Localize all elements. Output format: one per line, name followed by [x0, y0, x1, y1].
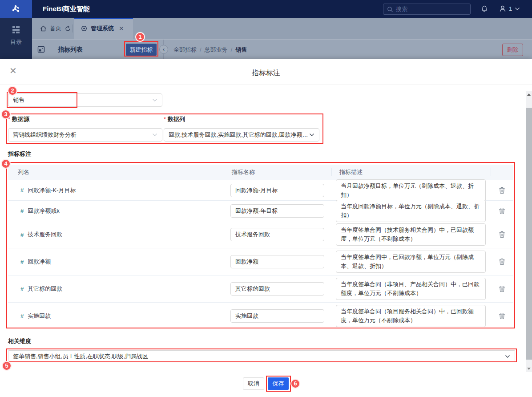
- search-input[interactable]: 搜索: [383, 4, 471, 15]
- trash-icon: [499, 207, 505, 215]
- breadcrumb[interactable]: 全部指标/总部业务/销售: [173, 40, 247, 60]
- column-name: 回款净额: [28, 258, 51, 266]
- column-header-colname: 列名: [8, 168, 224, 176]
- finebi-logo[interactable]: [0, 0, 32, 18]
- column-header-indicator-name: 指标名称: [224, 168, 331, 176]
- delete-row-button[interactable]: [499, 285, 505, 292]
- panel-toggle-icon[interactable]: [37, 46, 45, 53]
- trash-icon: [499, 231, 505, 238]
- indicator-name-value: 销售: [13, 96, 152, 104]
- top-header: FineBI商业智能 搜索 1: [0, 0, 532, 18]
- table-header-row: 列名 指标名称 指标描述: [8, 165, 513, 180]
- datasource-label: *数据源: [8, 115, 29, 123]
- delete-row-button[interactable]: [499, 258, 505, 265]
- column-name: 技术服务回款: [28, 231, 62, 239]
- column-header-indicator-desc: 指标描述: [331, 168, 491, 176]
- table-row: #回款净额减k回款净额-年目标当年度回款净额目标，单位万元（剔除成本、退款、折扣…: [8, 200, 513, 221]
- indicator-desc-input[interactable]: 当月回款净额目标，单位万元（剔除成本、退款、折扣）: [336, 179, 486, 202]
- table-row: #回款净额回款净额当年度签单合同中，已回款净额，单位万元（剔除成本、退款、折扣）: [8, 248, 513, 275]
- hash-icon: #: [20, 286, 24, 292]
- table-body: #回款净额-K-月目标回款净额-月目标当月回款净额目标，单位万元（剔除成本、退款…: [8, 180, 513, 329]
- sidebar-item-catalog[interactable]: 目录: [0, 26, 32, 46]
- user-avatar-icon[interactable]: [499, 4, 507, 13]
- table-section-label: 指标标注: [8, 150, 31, 158]
- tab-home[interactable]: 首页: [34, 18, 77, 39]
- user-menu-chevron-icon[interactable]: [515, 7, 520, 11]
- triangle-up-icon: [527, 93, 531, 96]
- hash-icon: #: [20, 207, 24, 214]
- indicator-desc-input[interactable]: 当年度签单合同（项目服务相关合同）中，已回款额度，单位万元（不剔除成本）: [336, 305, 486, 327]
- refresh-icon[interactable]: [64, 25, 71, 32]
- column-name: 其它标的回款: [28, 285, 62, 293]
- indicator-name-input[interactable]: 回款净额-月目标: [230, 184, 324, 197]
- chevron-down-icon: [152, 133, 157, 137]
- indicator-desc-input[interactable]: 当年度签单合同（技术服务相关合同）中，已回款额度，单位万元（不剔除成本）: [336, 223, 486, 246]
- notification-bell-icon[interactable]: [480, 4, 488, 13]
- trash-icon: [499, 285, 505, 292]
- cancel-button[interactable]: 取消: [243, 377, 264, 390]
- breadcrumb-separator: /: [231, 46, 233, 53]
- toolbar: 指标列表 新建指标 ‹ 全部指标/总部业务/销售 删除: [32, 39, 532, 59]
- vertical-scrollbar[interactable]: [526, 91, 532, 372]
- delete-button[interactable]: 删除: [502, 44, 523, 56]
- tab-management-system[interactable]: 管理系统 ✕: [74, 18, 133, 39]
- chevron-down-icon: [309, 133, 314, 137]
- delete-row-button[interactable]: [499, 312, 505, 320]
- breadcrumb-item[interactable]: 全部指标: [173, 46, 197, 53]
- column-header-actions: [491, 168, 513, 176]
- breadcrumb-item[interactable]: 总部业务: [205, 46, 228, 53]
- collapse-panel-button[interactable]: ‹: [159, 45, 168, 54]
- modal-title: 指标标注: [0, 69, 532, 78]
- finebi-logo-icon: [11, 4, 21, 14]
- required-mark: *: [8, 116, 10, 122]
- dimensions-value: 签单销售,销售小组,员工性质,在职状态,职级,归属战区: [13, 352, 505, 361]
- hash-icon: #: [20, 313, 24, 320]
- column-name: 回款净额-K-月目标: [28, 186, 76, 194]
- indicator-desc-input[interactable]: 当年度签单合同中，已回款净额，单位万元（剔除成本、退款、折扣）: [336, 251, 486, 273]
- close-tab-icon[interactable]: ✕: [119, 25, 124, 32]
- indicator-name-input[interactable]: 回款净额: [230, 255, 324, 268]
- indicator-name-select[interactable]: 销售: [8, 93, 162, 107]
- delete-row-button[interactable]: [499, 231, 505, 238]
- search-placeholder: 搜索: [396, 5, 407, 13]
- save-button[interactable]: 保存: [268, 377, 289, 390]
- indicator-name-input[interactable]: 其它标的回款: [230, 282, 324, 296]
- delete-row-button[interactable]: [499, 187, 505, 194]
- tab-bar: 首页 管理系统 ✕: [32, 18, 532, 39]
- home-icon: [40, 25, 47, 32]
- hash-icon: #: [20, 259, 24, 265]
- dimensions-select[interactable]: 签单销售,销售小组,员工性质,在职状态,职级,归属战区: [8, 350, 515, 362]
- trash-icon: [499, 187, 505, 194]
- datasource-select[interactable]: 营销线组织绩效财务分析: [8, 128, 162, 142]
- indicator-name-input[interactable]: 实施回款: [230, 309, 324, 323]
- indicator-name-input[interactable]: 技术服务回款: [230, 228, 324, 241]
- new-indicator-button[interactable]: 新建指标: [126, 44, 157, 56]
- datacolumn-select[interactable]: 回款,技术服务回款,实施回款,其它标的回款,回款净额,回款...: [164, 128, 319, 142]
- dimensions-label: 相关维度: [8, 337, 31, 345]
- scrollbar-thumb[interactable]: [526, 108, 532, 360]
- sidebar-item-label: 目录: [10, 39, 22, 45]
- indicator-desc-input[interactable]: 当年度回款净额目标，单位万元（剔除成本、退款、折扣）: [336, 200, 486, 222]
- hash-icon: #: [20, 231, 24, 238]
- hash-icon: #: [20, 187, 24, 194]
- app-root: FineBI商业智能 搜索 1 目录 首页: [0, 0, 532, 397]
- catalog-list-icon: [11, 26, 21, 34]
- column-name: 回款净额减k: [28, 207, 60, 215]
- scroll-down-button[interactable]: [526, 365, 532, 372]
- table-row: #技术服务回款技术服务回款当年度签单合同（技术服务相关合同）中，已回款额度，单位…: [8, 221, 513, 248]
- delete-row-button[interactable]: [499, 207, 505, 215]
- chevron-down-icon: [152, 98, 157, 102]
- indicator-desc-input[interactable]: 当年度签单合同（非项目、产品相关合同）中，已回款额度，单位万元（不剔除成本）: [336, 278, 486, 300]
- datasource-value: 营销线组织绩效财务分析: [13, 131, 152, 139]
- gear-icon: [81, 25, 88, 32]
- triangle-down-icon: [527, 368, 531, 370]
- indicator-name-input[interactable]: 回款净额-年目标: [230, 204, 324, 218]
- breadcrumb-item[interactable]: 销售: [235, 46, 247, 53]
- table-row: #实施回款实施回款当年度签单合同（项目服务相关合同）中，已回款额度，单位万元（不…: [8, 302, 513, 329]
- trash-icon: [499, 258, 505, 265]
- tab-management-label: 管理系统: [91, 24, 114, 32]
- scroll-up-button[interactable]: [526, 91, 532, 98]
- modal-header-divider: [0, 85, 532, 85]
- indicator-table: 列名 指标名称 指标描述 #回款净额-K-月目标回款净额-月目标当月回款净额目标…: [8, 165, 513, 329]
- tab-divider: [73, 24, 73, 32]
